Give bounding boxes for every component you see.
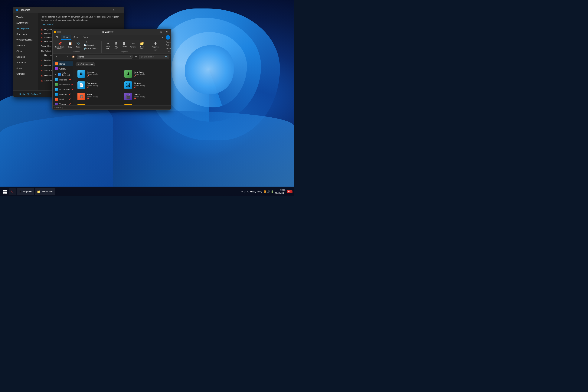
- screenshots-icon: 📁: [78, 104, 85, 105]
- nav-refresh-button[interactable]: ↻: [134, 54, 138, 59]
- file-explorer-titlebar: File Explorer ─ □ ✕: [52, 29, 171, 35]
- search-bar[interactable]: Search Home 🔍: [139, 55, 170, 59]
- check-modern-search: ✕: [41, 64, 43, 67]
- properties-maximize-button[interactable]: □: [111, 8, 116, 12]
- sidebar-item-documents[interactable]: Documents 📌: [52, 87, 73, 92]
- tab-view[interactable]: View: [81, 35, 90, 40]
- sidebar-item-desktop[interactable]: Desktop 📌: [52, 77, 73, 82]
- ribbon-btn-copy-to[interactable]: ⧉ Copyto ▾: [112, 41, 120, 50]
- fe-minimize-button[interactable]: ─: [153, 30, 158, 34]
- ribbon-btn-copy[interactable]: 📋 Copy: [66, 41, 74, 48]
- taskbar-file-explorer-app[interactable]: 📁 File Explorer: [35, 188, 55, 195]
- sidebar-item-downloads[interactable]: Downloads 📌: [52, 82, 73, 87]
- sidebar-item-taskbar[interactable]: Taskbar: [14, 14, 38, 20]
- restart-file-explorer-link[interactable]: Restart File Explorer (*): [16, 92, 44, 97]
- sidebar-item-gallery[interactable]: Gallery: [52, 66, 73, 71]
- clock-date: 10/05/2024: [275, 192, 286, 194]
- start-button[interactable]: [2, 188, 8, 195]
- downloads-pin-icon: 📌: [71, 84, 73, 86]
- fe-maximize-button[interactable]: □: [158, 30, 164, 34]
- sidebar-item-other[interactable]: Other: [14, 48, 38, 54]
- sidebar-item-weather[interactable]: Weather: [14, 43, 38, 48]
- properties-icon: ⚙: [154, 42, 157, 46]
- sidebar-item-pictures[interactable]: Pictures 📌: [52, 92, 73, 97]
- status-bar: 80 items |: [52, 105, 171, 110]
- pictures-name: Pictures: [134, 82, 167, 84]
- pictures-info: Pictures Stored locally 📌: [134, 82, 167, 88]
- file-item-videos[interactable]: 🎬 Videos Stored locally 📌: [122, 91, 169, 102]
- ribbon-group-open: Open ▾ Edit History Open: [165, 41, 171, 53]
- sidebar-item-home[interactable]: Home: [52, 62, 73, 66]
- wave4: [185, 45, 234, 94]
- copy-to-icon: ⧉: [115, 42, 117, 46]
- ribbon-btn-copy-path[interactable]: 📄 Copy path: [83, 44, 99, 47]
- search-icon: 🔍: [165, 56, 168, 58]
- sidebar-item-videos[interactable]: Videos 📌: [52, 102, 73, 105]
- music-icon: 🎵: [78, 93, 85, 100]
- network-icon[interactable]: 📶: [264, 190, 266, 193]
- file-item-music[interactable]: 🎵 Music Stored locally 📌: [76, 91, 122, 102]
- downloads-icon: ⬇: [124, 70, 132, 78]
- taskbar-properties-app[interactable]: ⚙ Properties: [16, 188, 34, 195]
- sidebar-item-about[interactable]: About: [14, 66, 38, 71]
- ribbon-btn-edit[interactable]: Edit: [165, 44, 171, 47]
- ribbon-btn-cut[interactable]: ✂ Cut: [83, 41, 99, 44]
- tab-file[interactable]: File: [53, 35, 61, 40]
- nav-up-button[interactable]: ↑: [66, 54, 70, 59]
- fe-close-button[interactable]: ✕: [164, 30, 170, 34]
- quick-access-button[interactable]: ∨ Quick access: [76, 62, 95, 66]
- ribbon-collapse-button[interactable]: ∧: [160, 35, 165, 40]
- file-item-desktop[interactable]: 🖥 Desktop Stored locally 📌: [76, 68, 122, 79]
- music-pin-icon: 📌: [69, 98, 71, 100]
- ribbon-help-button[interactable]: ?: [166, 35, 170, 40]
- copy-icon: 📋: [68, 42, 72, 46]
- ribbon-btn-new-folder[interactable]: 📁 Newfolder: [138, 41, 146, 50]
- nav-home-button[interactable]: 🏠: [71, 54, 76, 59]
- learn-more-link[interactable]: Learn more ↗: [41, 23, 121, 26]
- address-bar[interactable]: Home ∨: [77, 55, 132, 58]
- check-drive-groupings: ✕: [41, 40, 43, 43]
- ribbon-btn-delete[interactable]: 🗑 Delete: [120, 41, 128, 48]
- ribbon-btn-history[interactable]: History: [165, 47, 171, 50]
- properties-close-button[interactable]: ✕: [117, 8, 122, 12]
- sidebar-item-personal[interactable]: ▶ João - Personal: [52, 71, 73, 77]
- nav-back-button[interactable]: ‹: [54, 54, 58, 59]
- system-clock[interactable]: 10:55 10/05/2024: [275, 189, 286, 194]
- tab-share[interactable]: Share: [71, 35, 81, 40]
- properties-title-icon: ⚙: [16, 9, 18, 11]
- dot-gray2: [59, 31, 61, 33]
- weather-widget[interactable]: ☀ 24 °C Mostly sunny: [241, 190, 262, 193]
- nav-forward-button[interactable]: ›: [60, 54, 64, 59]
- file-item-pictures[interactable]: 🖼 Pictures Stored locally 📌: [122, 80, 169, 90]
- ribbon-btn-properties[interactable]: ⚙ Properties: [150, 41, 160, 48]
- sidebar-item-file-explorer[interactable]: File Explorer: [14, 26, 38, 32]
- ribbon-btn-paste[interactable]: 📎 Paste: [75, 41, 82, 48]
- path-text: Home: [78, 56, 84, 58]
- ribbon: 📌 Pin to Quickaccess 📋 Copy 📎 Paste ✂ Cu…: [52, 40, 171, 54]
- sidebar-item-updates[interactable]: Updates: [14, 54, 38, 60]
- ribbon-btn-pin-to-quick-access[interactable]: 📌 Pin to Quickaccess: [54, 41, 66, 50]
- sidebar-item-start-menu[interactable]: Start menu: [14, 32, 38, 37]
- sidebar-item-music[interactable]: Music 📌: [52, 97, 73, 102]
- file-item-documents[interactable]: 📄 Documents Stored locally 📌: [76, 80, 122, 90]
- ribbon-btn-paste-shortcut[interactable]: 🔗 Paste shortcut: [83, 47, 99, 50]
- sidebar-item-advanced[interactable]: Advanced: [14, 60, 38, 66]
- check-nav-bar: ✕: [41, 59, 43, 62]
- file-item-downloads[interactable]: ⬇ Downloads Stored locally 📌: [122, 68, 169, 79]
- sidebar-item-system-tray[interactable]: System tray: [14, 20, 38, 26]
- downloads-pin: 📌: [134, 75, 167, 77]
- file-item-screenshots[interactable]: 📁 Screenshots Pictures: [76, 102, 122, 105]
- ribbon-btn-rename[interactable]: ✏ Rename: [129, 41, 138, 48]
- volume-icon[interactable]: 🔊: [267, 190, 270, 193]
- battery-icon[interactable]: 🔋: [271, 190, 274, 193]
- desktop-icon: 🖥: [78, 70, 85, 78]
- ribbon-btn-open[interactable]: Open ▾: [165, 41, 171, 44]
- properties-minimize-button[interactable]: ─: [105, 8, 111, 12]
- documents-name: Documents: [87, 82, 120, 84]
- sidebar-item-window-switcher[interactable]: Window switcher: [14, 37, 38, 43]
- tab-home[interactable]: Home: [61, 35, 71, 40]
- file-item-windows11[interactable]: 📁 Windows 11 João Carrasqueira\Vi...: [122, 102, 169, 105]
- ribbon-btn-move-to[interactable]: → Moveto ▾: [104, 41, 112, 50]
- sidebar-item-uninstall[interactable]: Uninstall: [14, 71, 38, 77]
- taskbar-antivirus-icon[interactable]: 🛡: [9, 188, 16, 195]
